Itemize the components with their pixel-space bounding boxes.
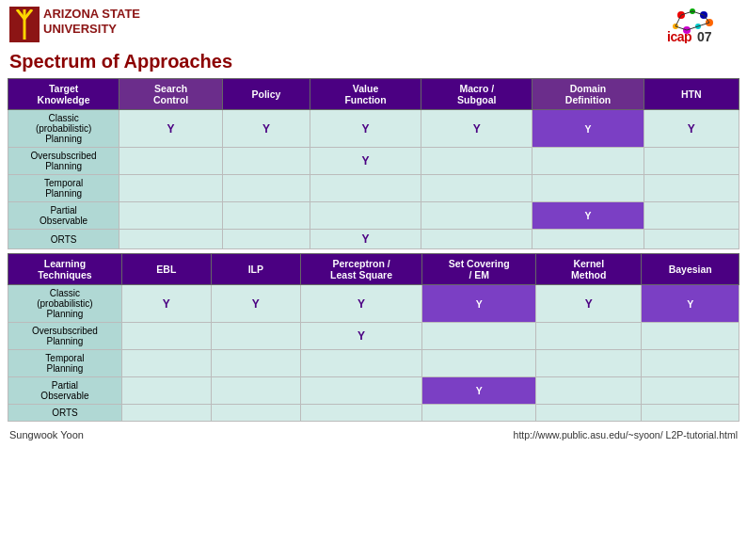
table-row <box>310 202 421 230</box>
asu-line2: UNIVERSITY <box>43 22 140 37</box>
table-row <box>536 377 642 405</box>
table-row <box>223 175 310 202</box>
table-row <box>422 405 536 422</box>
table-row: Y <box>644 110 739 148</box>
table-row: Y <box>310 230 421 249</box>
table-row <box>119 175 223 202</box>
table-row: Y <box>422 377 536 405</box>
table-row <box>121 405 211 422</box>
table-row <box>642 323 739 350</box>
table-row <box>421 202 532 230</box>
table-row <box>536 350 642 377</box>
col-target-knowledge: TargetKnowledge <box>8 79 119 110</box>
table-row <box>532 148 644 175</box>
table-row: Y <box>421 110 532 148</box>
svg-text:icap: icap <box>667 29 691 43</box>
table-row: Y <box>536 285 642 323</box>
svg-text:07: 07 <box>697 29 712 43</box>
asu-line1: ARIZONA STATE <box>43 7 140 22</box>
table-row: Classic(probabilistic)Planning <box>8 110 119 148</box>
table-row <box>532 230 644 249</box>
table-row <box>421 230 532 249</box>
table-row <box>121 323 211 350</box>
table-row <box>119 148 223 175</box>
table-row <box>211 377 300 405</box>
table-row: Classic(probabilistic)Planning <box>8 285 122 323</box>
table-row: PartialObservable <box>8 202 119 230</box>
footer-name: Sungwook Yoon <box>9 429 84 440</box>
footer: Sungwook Yoon http://www.public.asu.edu/… <box>0 425 747 442</box>
table1: TargetKnowledge SearchControl Policy Val… <box>8 78 739 249</box>
table-row: ORTS <box>8 230 119 249</box>
table-row: Y <box>310 148 421 175</box>
table-row <box>121 350 211 377</box>
footer-url: http://www.public.asu.edu/~syoon/ L2P-tu… <box>514 429 738 440</box>
table-row <box>644 202 739 230</box>
table-row <box>642 377 739 405</box>
table-row <box>211 323 300 350</box>
page-title: Spectrum of Approaches <box>0 49 747 78</box>
table-row: OversubscribedPlanning <box>8 148 119 175</box>
asu-red-block <box>9 7 40 42</box>
table-row <box>536 405 642 422</box>
table1-container: TargetKnowledge SearchControl Policy Val… <box>0 78 747 249</box>
table-row <box>223 148 310 175</box>
table-row: Y <box>300 285 422 323</box>
col-kernel-method: KernelMethod <box>536 254 642 285</box>
header: ARIZONA STATE UNIVERSITY icap <box>0 0 747 49</box>
table-row <box>211 405 300 422</box>
col-macro-subgoal: Macro /Subgoal <box>421 79 532 110</box>
table-row: Y <box>532 110 644 148</box>
table-row <box>119 202 223 230</box>
table-row <box>421 148 532 175</box>
table2: LearningTechniques EBL ILP Perceptron /L… <box>8 253 739 422</box>
table-row: Y <box>211 285 300 323</box>
table-row <box>422 350 536 377</box>
table-row <box>642 405 739 422</box>
col-value-function: ValueFunction <box>310 79 421 110</box>
table-row <box>644 230 739 249</box>
table-row: ORTS <box>8 405 122 422</box>
col-set-covering: Set Covering/ EM <box>422 254 536 285</box>
col-policy: Policy <box>223 79 310 110</box>
table-row: Y <box>119 110 223 148</box>
asu-logo: ARIZONA STATE UNIVERSITY <box>9 7 140 42</box>
col-search-control: SearchControl <box>119 79 223 110</box>
table-row <box>536 323 642 350</box>
table-row: TemporalPlanning <box>8 350 122 377</box>
table-row: Y <box>642 285 739 323</box>
col-perceptron: Perceptron /Least Square <box>300 254 422 285</box>
col-ilp: ILP <box>211 254 300 285</box>
col-htn: HTN <box>644 79 739 110</box>
icaps-logo: icap 07 <box>662 6 738 43</box>
table-row <box>421 175 532 202</box>
table-row: Y <box>310 110 421 148</box>
table-row <box>310 175 421 202</box>
table-row: Y <box>422 285 536 323</box>
table-row <box>644 148 739 175</box>
table-row <box>300 350 422 377</box>
table-row: Y <box>532 202 644 230</box>
table-row: TemporalPlanning <box>8 175 119 202</box>
table-row <box>422 323 536 350</box>
table-row: Y <box>223 110 310 148</box>
table2-container: LearningTechniques EBL ILP Perceptron /L… <box>0 253 747 422</box>
table-row <box>300 377 422 405</box>
table-row <box>223 230 310 249</box>
table-row: PartialObservable <box>8 377 122 405</box>
table-row: Y <box>300 323 422 350</box>
table-row <box>300 405 422 422</box>
table-row <box>211 350 300 377</box>
table-row <box>644 175 739 202</box>
table-row: OversubscribedPlanning <box>8 323 122 350</box>
col-domain-definition: DomainDefinition <box>532 79 644 110</box>
col-ebl: EBL <box>121 254 211 285</box>
table-row <box>119 230 223 249</box>
table-row <box>223 202 310 230</box>
table-row <box>642 350 739 377</box>
table-row <box>532 175 644 202</box>
col-bayesian: Bayesian <box>642 254 739 285</box>
table-row: Y <box>121 285 211 323</box>
col-learning-techniques: LearningTechniques <box>8 254 122 285</box>
table-row <box>121 377 211 405</box>
